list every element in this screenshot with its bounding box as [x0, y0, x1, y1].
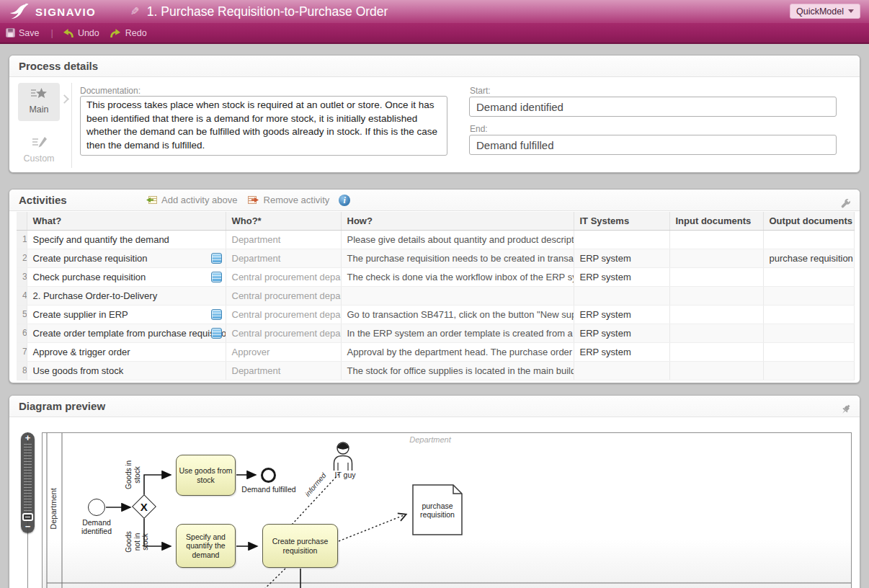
activity-how-cell[interactable]: The stock for office supplies is located…	[341, 361, 574, 380]
column-output-documents[interactable]: Output documents	[763, 212, 855, 230]
activity-output-docs-cell[interactable]	[763, 305, 855, 324]
documentation-note-icon[interactable]	[211, 309, 222, 320]
document-purchase-requisition[interactable]: purchase requisition	[412, 484, 463, 535]
edit-title-icon[interactable]: ✎	[130, 5, 140, 18]
activity-who-cell[interactable]: Department	[226, 249, 341, 267]
column-number	[17, 212, 27, 230]
activity-output-docs-cell[interactable]	[763, 267, 855, 286]
activity-input-docs-cell[interactable]	[669, 249, 763, 267]
activity-who-cell[interactable]: Central procurement depart...	[226, 286, 341, 305]
activity-how-cell[interactable]	[341, 286, 574, 305]
zoom-in-button[interactable]: +	[25, 435, 31, 442]
task-specify-and-quantify-the-demand[interactable]: Specify and quantify the demand	[176, 524, 236, 568]
activity-how-cell[interactable]: Go to transaction SB4711, click on the b…	[341, 305, 574, 324]
activity-output-docs-cell[interactable]	[763, 324, 855, 342]
start-input[interactable]	[469, 97, 837, 117]
list-pencil-icon	[30, 136, 48, 148]
activity-itsystems-cell[interactable]: ERP system	[574, 342, 669, 361]
app-header: SIGNAVIO ✎ 1. Purchase Requisition-to-Pu…	[0, 0, 869, 23]
page-title[interactable]: 1. Purchase Requisition-to-Purchase Orde…	[147, 4, 388, 19]
end-input[interactable]	[469, 135, 837, 155]
participant-label: IT guy	[328, 471, 362, 479]
documentation-textarea[interactable]: This process takes place when stock is r…	[80, 96, 447, 156]
undo-label: Undo	[78, 28, 99, 38]
activity-who-cell[interactable]: Central procurement depart...	[226, 324, 341, 342]
add-activity-button[interactable]: Add activity above	[145, 190, 238, 210]
undo-button[interactable]: Undo	[62, 28, 99, 38]
zoom-out-button[interactable]: −	[25, 523, 31, 530]
quickmodel-dropdown-button[interactable]: QuickModel	[790, 4, 860, 19]
column-how[interactable]: How?	[341, 212, 574, 230]
activity-output-docs-cell[interactable]	[763, 361, 855, 380]
activity-how-cell[interactable]: The purchase requisition needs to be cre…	[341, 249, 574, 267]
redo-button[interactable]: Redo	[110, 28, 147, 38]
documentation-note-icon[interactable]	[211, 272, 222, 282]
activity-what-cell[interactable]: Approve & trigger order	[27, 342, 226, 361]
activity-who-cell[interactable]: Approver	[226, 342, 341, 361]
column-what[interactable]: What?	[27, 212, 226, 230]
activity-input-docs-cell[interactable]	[669, 324, 763, 342]
activity-input-docs-cell[interactable]	[669, 305, 763, 324]
start-event[interactable]	[88, 499, 105, 516]
activity-what-cell[interactable]: Create order template from purchase requ…	[27, 324, 226, 342]
activity-output-docs-cell[interactable]: purchase requisition	[763, 249, 855, 267]
activity-what-cell[interactable]: Check purchase requisition	[27, 267, 226, 286]
activity-itsystems-cell[interactable]: ERP system	[574, 324, 669, 342]
activity-itsystems-cell[interactable]: ERP system	[574, 305, 669, 324]
activity-input-docs-cell[interactable]	[669, 342, 763, 361]
activity-what-cell[interactable]: Use goods from stock	[27, 361, 226, 380]
documentation-note-icon[interactable]	[211, 253, 222, 264]
participant-it-guy[interactable]	[329, 441, 357, 471]
zoom-slider-handle[interactable]	[22, 513, 33, 521]
tab-custom[interactable]: Custom	[18, 132, 60, 166]
activity-row-number: 3	[17, 267, 27, 286]
zoom-slider[interactable]: + −	[21, 432, 35, 533]
activity-output-docs-cell[interactable]	[763, 286, 855, 305]
activity-what-cell[interactable]: 2. Purchase Order-to-Delivery	[27, 286, 226, 305]
activity-who-cell[interactable]: Central procurement depart...	[226, 267, 341, 286]
column-it-systems[interactable]: IT Systems	[574, 212, 669, 230]
activity-what-cell[interactable]: Create purchase requisition	[27, 249, 226, 267]
activity-input-docs-cell[interactable]	[669, 286, 763, 305]
activity-input-docs-cell[interactable]	[669, 361, 763, 380]
gateway-x-symbol: X	[141, 500, 148, 512]
column-input-documents[interactable]: Input documents	[669, 212, 763, 230]
activities-header: Activities Add activity above	[9, 190, 860, 211]
activity-itsystems-cell[interactable]	[574, 286, 669, 305]
bpmn-canvas[interactable]: Department Department Demand identified …	[42, 432, 852, 588]
activity-row-number: 7	[17, 342, 27, 361]
column-who[interactable]: Who?*	[226, 212, 341, 230]
activity-itsystems-cell[interactable]	[574, 230, 669, 249]
activity-row-number: 4	[17, 286, 27, 305]
tab-main[interactable]: Main	[18, 83, 60, 121]
process-details-header: Process details	[9, 55, 860, 77]
activity-input-docs-cell[interactable]	[669, 230, 763, 249]
lane-label: Department	[387, 435, 473, 445]
activity-output-docs-cell[interactable]	[763, 342, 855, 361]
activity-how-cell[interactable]: Please give details about quantity and p…	[341, 230, 574, 249]
activity-itsystems-cell[interactable]	[574, 361, 669, 380]
activity-output-docs-cell[interactable]	[763, 230, 855, 249]
activity-who-cell[interactable]: Department	[226, 230, 341, 249]
activity-how-cell[interactable]: The check is done via the workflow inbox…	[341, 267, 574, 286]
task-create-purchase-requisition[interactable]: Create purchase requisition	[262, 524, 338, 568]
quickmodel-app: { "header": { "brand": "SIGNAVIO", "titl…	[0, 0, 869, 588]
activity-itsystems-cell[interactable]: ERP system	[574, 249, 669, 267]
task-use-goods-from-stock[interactable]: Use goods from stock	[176, 455, 236, 496]
activity-what-cell[interactable]: Create supplier in ERP	[27, 305, 226, 324]
zoom-ticks	[24, 444, 32, 512]
activity-itsystems-cell[interactable]: ERP system	[574, 267, 669, 286]
activity-how-cell[interactable]: In the ERP system an order template is c…	[341, 324, 574, 342]
start-event-label: Demand identified	[73, 518, 120, 535]
end-event[interactable]	[261, 468, 276, 483]
activity-who-cell[interactable]: Department	[226, 361, 341, 380]
activity-input-docs-cell[interactable]	[669, 267, 763, 286]
remove-activity-button[interactable]: Remove activity	[247, 190, 330, 210]
activity-how-cell[interactable]: Approval by the department head. The pur…	[341, 342, 574, 361]
info-icon[interactable]: i	[339, 195, 350, 206]
activities-panel: Activities Add activity above	[9, 189, 860, 383]
save-button[interactable]: Save	[6, 28, 40, 38]
activity-what-cell[interactable]: Specify and quantify the demand	[27, 230, 226, 249]
activity-who-cell[interactable]: Central procurement depart...	[226, 305, 341, 324]
documentation-note-icon[interactable]	[211, 328, 222, 339]
